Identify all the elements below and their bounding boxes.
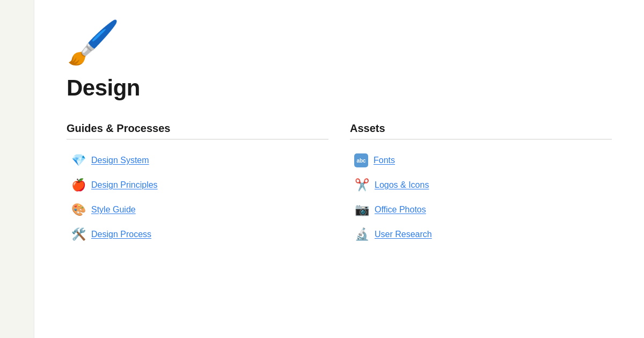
section-title-assets: Assets bbox=[350, 122, 612, 135]
page-title: Design bbox=[67, 75, 612, 101]
office-photos-label: Office Photos bbox=[375, 205, 426, 215]
design-principles-label: Design Principles bbox=[91, 180, 158, 190]
design-system-label: Design System bbox=[91, 156, 149, 165]
list-item-style-guide[interactable]: 🎨Style Guide bbox=[67, 197, 328, 222]
logos-icons-icon: ✂️ bbox=[354, 178, 369, 192]
design-system-icon: 💎 bbox=[71, 153, 86, 167]
section-items-guides: 💎Design System🍎Design Principles🎨Style G… bbox=[67, 148, 328, 247]
list-item-user-research[interactable]: 🔬User Research bbox=[350, 222, 612, 247]
logos-icons-label: Logos & Icons bbox=[375, 180, 429, 190]
design-process-label: Design Process bbox=[91, 230, 151, 239]
list-item-design-process[interactable]: 🛠️Design Process bbox=[67, 222, 328, 247]
fonts-icon: abc bbox=[354, 153, 368, 167]
section-divider-guides bbox=[67, 139, 328, 139]
sections-container: Guides & Processes💎Design System🍎Design … bbox=[67, 122, 612, 247]
section-divider-assets bbox=[350, 139, 612, 139]
user-research-icon: 🔬 bbox=[354, 227, 369, 241]
list-item-office-photos[interactable]: 📷Office Photos bbox=[350, 197, 612, 222]
user-research-label: User Research bbox=[375, 230, 432, 239]
main-content: 🖌️ Design Guides & Processes💎Design Syst… bbox=[34, 0, 644, 338]
design-process-icon: 🛠️ bbox=[71, 227, 86, 241]
fonts-label: Fonts bbox=[374, 156, 395, 165]
section-guides: Guides & Processes💎Design System🍎Design … bbox=[67, 122, 328, 247]
office-photos-icon: 📷 bbox=[354, 203, 369, 217]
list-item-design-principles[interactable]: 🍎Design Principles bbox=[67, 173, 328, 197]
sidebar bbox=[0, 0, 34, 338]
style-guide-icon: 🎨 bbox=[71, 203, 86, 217]
style-guide-label: Style Guide bbox=[91, 205, 136, 215]
page-icon: 🖌️ bbox=[67, 21, 612, 64]
list-item-design-system[interactable]: 💎Design System bbox=[67, 148, 328, 173]
section-title-guides: Guides & Processes bbox=[67, 122, 328, 135]
section-assets: AssetsabcFonts✂️Logos & Icons📷Office Pho… bbox=[350, 122, 612, 247]
design-principles-icon: 🍎 bbox=[71, 178, 86, 192]
list-item-logos-icons[interactable]: ✂️Logos & Icons bbox=[350, 173, 612, 197]
list-item-fonts[interactable]: abcFonts bbox=[350, 148, 612, 173]
section-items-assets: abcFonts✂️Logos & Icons📷Office Photos🔬Us… bbox=[350, 148, 612, 247]
